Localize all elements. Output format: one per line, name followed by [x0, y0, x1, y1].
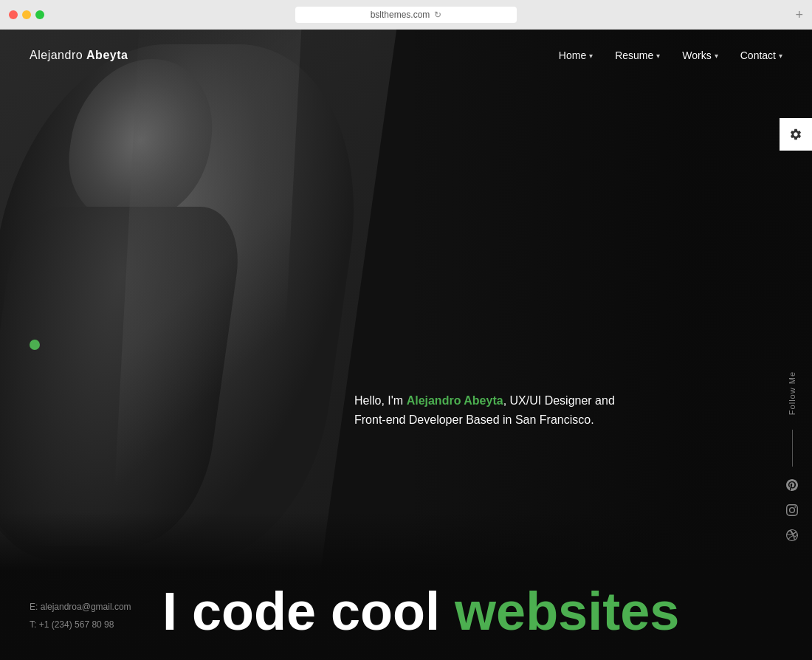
minimize-button[interactable]: [22, 10, 31, 19]
tagline-start: I code cool: [162, 582, 455, 641]
nav-home[interactable]: Home ▾: [559, 49, 593, 61]
close-button[interactable]: [9, 10, 18, 19]
tagline: I code cool websites: [162, 585, 679, 638]
tagline-accent: websites: [455, 582, 679, 641]
new-tab-button[interactable]: +: [795, 8, 803, 21]
brand-name: Alejandro Abeyta: [30, 49, 128, 62]
photo-parallelogram: [0, 30, 399, 591]
website-content: Alejandro Abeyta Home ▾ Resume ▾ Works ▾…: [0, 30, 812, 660]
pinterest-icon[interactable]: [785, 478, 799, 492]
hero-intro: Hello, I'm Alejandro Abeyta, UX/UI Desig…: [354, 391, 635, 429]
settings-button[interactable]: [780, 118, 812, 151]
slide-dot-active[interactable]: [30, 340, 40, 350]
follow-sidebar: Follow Me: [785, 371, 799, 542]
gear-icon: [789, 128, 802, 141]
chevron-down-icon: ▾: [715, 52, 718, 60]
instagram-icon[interactable]: [785, 503, 799, 517]
address-bar[interactable]: bslthemes.com ↻: [295, 7, 517, 23]
chevron-down-icon: ▾: [656, 52, 660, 60]
photo-area: [0, 30, 413, 591]
chevron-down-icon: ▾: [779, 52, 782, 60]
traffic-lights: [9, 10, 44, 19]
phone-label: T: +1 (234) 567 80 98: [30, 616, 131, 633]
refresh-icon[interactable]: ↻: [434, 10, 441, 20]
navbar: Alejandro Abeyta Home ▾ Resume ▾ Works ▾…: [0, 30, 812, 81]
url-text: bslthemes.com: [371, 10, 430, 20]
follow-label: Follow Me: [788, 371, 796, 415]
light-strip: [112, 30, 302, 532]
browser-chrome: bslthemes.com ↻ +: [0, 0, 812, 30]
nav-resume[interactable]: Resume ▾: [615, 49, 660, 61]
nav-works[interactable]: Works ▾: [682, 49, 718, 61]
email-label: E: alejandroa@gmail.com: [30, 598, 131, 616]
follow-divider: [792, 430, 793, 467]
chevron-down-icon: ▾: [589, 52, 593, 60]
intro-prefix: Hello, I'm: [354, 394, 407, 407]
nav-contact[interactable]: Contact ▾: [740, 49, 782, 61]
brand-bold: Abeyta: [86, 49, 128, 61]
dribbble-icon[interactable]: [785, 529, 799, 542]
brand-first: Alejandro: [30, 49, 86, 61]
contact-info: E: alejandroa@gmail.com T: +1 (234) 567 …: [30, 598, 131, 633]
slide-indicator: [30, 340, 40, 350]
maximize-button[interactable]: [35, 10, 44, 19]
nav-links: Home ▾ Resume ▾ Works ▾ Contact ▾: [559, 49, 782, 61]
intro-name: Alejandro Abeyta: [407, 394, 503, 407]
